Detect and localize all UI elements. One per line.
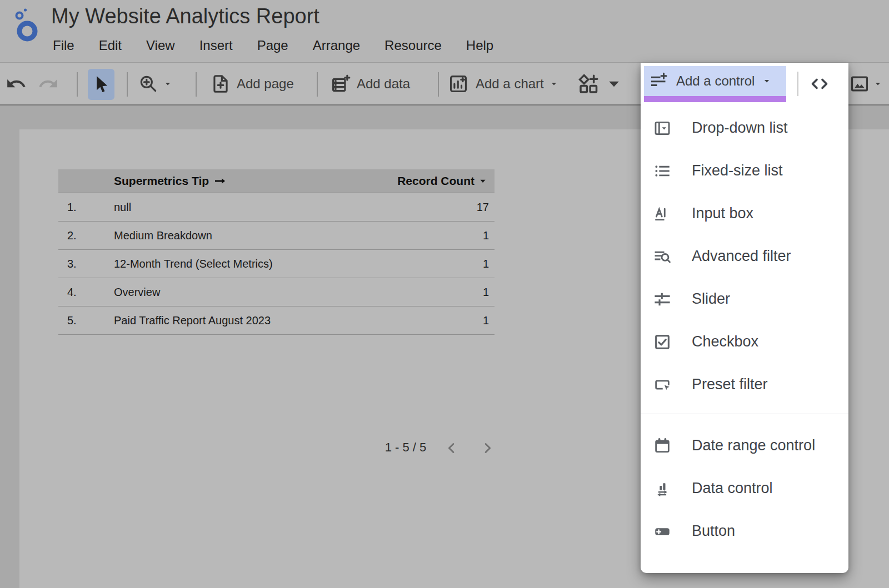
toolbar-separator [196,72,197,97]
menu-item-date-range-control[interactable]: Date range control [641,424,848,467]
add-community-element-button[interactable] [577,63,626,104]
preset-filter-icon [653,375,672,394]
table-row: 4.Overview1 [58,278,495,306]
menu-item-label: Input box [692,205,753,222]
row-index: 1. [67,193,77,221]
table-row: 3.12-Month Trend (Select Metrics)1 [58,250,495,278]
toolbar-separator [438,72,439,97]
menu-divider [641,414,848,414]
embed-code-button[interactable] [805,71,834,97]
table-row: 5.Paid Traffic Report August 20231 [58,306,495,335]
undo-button[interactable] [6,63,27,104]
add-control-button[interactable]: Add a control [644,66,786,96]
row-index: 4. [67,278,77,306]
checkbox-icon [653,333,672,351]
add-element-icon [577,72,600,96]
menu-edit[interactable]: Edit [99,38,122,53]
add-control-icon [650,71,670,91]
app-header: My Website Analytics Report FileEditView… [0,0,889,62]
menu-help[interactable]: Help [466,38,493,53]
menu-item-input-box[interactable]: Input box [641,192,848,235]
menu-resource[interactable]: Resource [384,38,442,53]
dropdown-list-icon [653,119,672,138]
menu-item-label: Drop-down list [692,119,788,137]
table-header-row: Supermetrics Tip Record Count [58,169,495,193]
table-body: 1.null172.Medium Breakdown13.12-Month Tr… [58,193,495,335]
row-dimension: Paid Traffic Report August 2023 [114,306,271,334]
menu-file[interactable]: File [53,38,74,53]
row-value: 1 [483,250,489,278]
menu-item-preset-filter[interactable]: Preset filter [641,363,848,406]
chevron-down-icon [162,78,173,89]
pagination-next-button[interactable] [477,438,497,458]
menu-item-label: Slider [692,290,730,308]
table-row: 1.null17 [58,193,495,222]
row-value: 17 [477,193,489,221]
row-index: 3. [67,250,77,278]
highlight-underline [644,96,786,102]
redo-button[interactable] [38,63,59,104]
looker-studio-app: My Website Analytics Report FileEditView… [0,0,889,588]
report-title[interactable]: My Website Analytics Report [51,4,319,28]
data-control-icon [653,479,672,498]
menu-item-label: Checkbox [692,333,758,350]
report-table[interactable]: Supermetrics Tip Record Count 1.null172.… [58,169,495,335]
menu-item-fixed-size-list[interactable]: Fixed-size list [641,149,848,192]
menu-view[interactable]: View [146,38,175,53]
table-header-dimension[interactable]: Supermetrics Tip [114,169,227,193]
menu-item-label: Preset filter [692,376,768,393]
row-dimension: Overview [114,278,160,306]
menu-item-advanced-filter[interactable]: Advanced filter [641,235,848,278]
add-control-dropdown-panel: Add a control Drop-down listFixed-size l… [641,63,848,573]
add-data-button[interactable]: Add data [330,63,410,104]
insert-image-button[interactable] [849,63,883,104]
add-page-label: Add page [237,76,294,92]
menu-page[interactable]: Page [257,38,288,53]
menu-item-data-control[interactable]: Data control [641,467,848,510]
row-index: 2. [67,222,77,249]
toolbar-separator [317,72,318,97]
menu-item-label: Fixed-size list [692,162,783,179]
chevron-down-icon [872,78,883,89]
cursor-icon [91,74,112,95]
looker-studio-logo-icon[interactable] [12,7,41,44]
zoom-icon [138,73,159,94]
chevron-left-icon [444,440,460,456]
row-dimension: Medium Breakdown [114,222,212,249]
add-data-icon [330,73,351,94]
add-chart-icon [448,73,469,94]
slider-icon [653,290,672,309]
row-dimension: null [114,193,131,221]
pagination-label: 1 - 5 / 5 [375,440,436,455]
redo-icon [38,73,59,94]
chevron-down-icon [761,76,772,87]
menu-item-drop-down-list[interactable]: Drop-down list [641,107,848,149]
button-icon [653,522,672,541]
menu-item-label: Date range control [692,437,815,454]
select-tool-button[interactable] [88,69,114,100]
menu-bar: FileEditViewInsertPageArrangeResourceHel… [53,38,493,53]
pagination-prev-button[interactable] [442,438,462,458]
add-control-label: Add a control [676,73,755,89]
row-value: 1 [483,222,489,249]
undo-icon [6,73,27,94]
toolbar-separator [77,72,78,97]
input-box-icon [653,204,672,223]
menu-item-checkbox[interactable]: Checkbox [641,320,848,363]
menu-item-button[interactable]: Button [641,510,848,552]
add-chart-button[interactable]: Add a chart [448,63,560,104]
add-chart-label: Add a chart [476,76,544,92]
chevron-down-icon [602,72,626,96]
table-row: 2.Medium Breakdown1 [58,222,495,250]
embed-icon [808,73,831,95]
table-header-metric[interactable]: Record Count [397,169,488,193]
row-value: 1 [483,306,489,334]
menu-arrange[interactable]: Arrange [313,38,360,53]
toolbar-separator [127,72,128,97]
add-page-button[interactable]: Add page [210,63,294,104]
menu-item-label: Advanced filter [692,248,791,265]
menu-insert[interactable]: Insert [199,38,233,53]
menu-item-slider[interactable]: Slider [641,278,848,320]
zoom-tool-button[interactable] [138,63,173,104]
toolbar-separator [797,72,798,96]
